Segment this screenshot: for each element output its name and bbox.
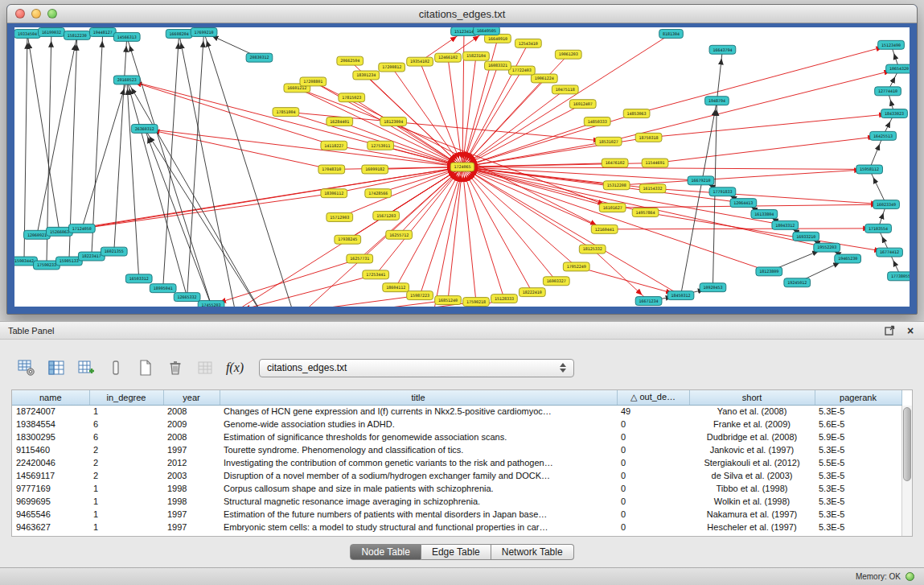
graph-node[interactable]: 16640910 (485, 34, 511, 43)
graph-node[interactable]: 16154332 (639, 184, 666, 193)
column-icon[interactable] (105, 357, 126, 378)
function-builder-icon[interactable]: f(x) (224, 357, 245, 378)
graph-edge[interactable] (653, 188, 886, 204)
graph-node[interactable]: 17200812 (379, 63, 405, 72)
graph-node[interactable]: 19334504 (14, 29, 40, 38)
graph-edge[interactable] (717, 50, 722, 101)
graph-node[interactable]: 8181304 (659, 29, 684, 38)
column-header-in_degree[interactable]: in_degree (89, 390, 163, 405)
graph-node[interactable]: 16133804 (751, 210, 778, 219)
graph-edge[interactable] (448, 58, 462, 167)
graph-node[interactable]: 16099182 (362, 165, 388, 174)
graph-node[interactable]: 18995041 (150, 284, 176, 293)
graph-node[interactable]: 1948794 (705, 97, 729, 105)
network-table-dropdown[interactable]: citations_edges.txt (259, 359, 574, 377)
graph-node[interactable]: 17699210 (191, 27, 217, 36)
graph-edge[interactable] (179, 34, 236, 307)
graph-edge[interactable] (313, 81, 604, 229)
graph-node[interactable]: 17048310 (318, 165, 345, 174)
graph-node[interactable]: 11544691 (642, 159, 668, 167)
graph-node[interactable]: 17738055 (888, 272, 910, 281)
graph-edge[interactable] (334, 167, 462, 194)
graph-node[interactable]: 16101627 (599, 204, 626, 212)
graph-edge[interactable] (295, 167, 462, 307)
graph-node[interactable]: 16851240 (435, 296, 462, 305)
graph-node[interactable]: 18301234 (353, 71, 380, 80)
graph-node[interactable]: 15123490 (878, 40, 905, 49)
graph-node[interactable]: 17428566 (365, 189, 392, 198)
minimize-window-button[interactable] (31, 9, 41, 19)
graph-node[interactable]: 20662504 (337, 56, 363, 65)
new-table-icon[interactable] (135, 357, 156, 378)
graph-node[interactable]: 15823104 (463, 51, 490, 60)
graph-node[interactable]: 15312208 (603, 181, 630, 190)
column-header-out_de[interactable]: △ out_de… (617, 390, 689, 405)
graph-edge[interactable] (263, 295, 420, 307)
graph-hub-node[interactable]: 1724065 (450, 163, 474, 171)
graph-node[interactable]: 16503312 (125, 274, 152, 283)
window-titlebar[interactable]: citations_edges.txt (7, 5, 917, 23)
graph-node[interactable]: 16679210 (688, 176, 714, 185)
graph-edge[interactable] (127, 80, 187, 297)
graph-node[interactable]: 17052249 (563, 262, 589, 271)
graph-edge[interactable] (462, 167, 785, 225)
graph-node[interactable]: 16671234 (635, 297, 662, 306)
graph-node[interactable]: 16649505 (474, 27, 500, 35)
graph-node[interactable]: 18123004 (380, 117, 407, 126)
graph-node[interactable]: 14853063 (623, 109, 650, 118)
graph-node[interactable]: 17851004 (273, 108, 299, 117)
close-panel-icon[interactable]: × (905, 325, 916, 336)
graph-node[interactable]: 14957864 (632, 208, 659, 217)
graph-node[interactable]: 16933210 (793, 232, 819, 241)
graph-node[interactable]: 17815023 (339, 93, 365, 102)
table-row[interactable]: 969969511998Structural magnetic resonanc… (12, 495, 901, 508)
graph-node[interactable]: 17722403 (508, 66, 535, 75)
graph-node[interactable]: 17791833 (709, 187, 736, 196)
graph-edge[interactable] (145, 129, 462, 167)
graph-node[interactable]: 14118227 (321, 141, 347, 150)
graph-node[interactable]: 16608204 (166, 29, 192, 38)
graph-edge[interactable] (462, 71, 522, 167)
graph-node[interactable]: 15812230 (64, 31, 90, 39)
graph-node[interactable]: 18123809 (756, 267, 782, 276)
graph-edge[interactable] (339, 167, 462, 217)
graph-edge[interactable] (605, 229, 878, 229)
table-scrollbar-thumb[interactable] (903, 407, 911, 481)
graph-edge[interactable] (462, 66, 498, 167)
graph-node[interactable]: 19061224 (531, 74, 557, 83)
graph-node[interactable]: 17455203 (198, 301, 224, 307)
graph-edge[interactable] (297, 88, 462, 167)
delete-table-icon[interactable] (165, 357, 186, 378)
graph-node[interactable]: 18306112 (321, 189, 347, 198)
graph-edge[interactable] (420, 62, 462, 167)
graph-node[interactable]: 16643794 (709, 45, 736, 54)
network-canvas[interactable]: 1724065183012341720081219354102124661021… (14, 27, 910, 307)
graph-node[interactable]: 18604112 (383, 283, 409, 292)
graph-edge[interactable] (114, 37, 127, 252)
graph-node[interactable]: 15987223 (407, 291, 433, 300)
table-row[interactable]: 1830029562008Estimation of significance … (12, 431, 901, 443)
graph-edge[interactable] (376, 167, 462, 275)
show-columns-icon[interactable] (46, 357, 67, 378)
graph-node[interactable]: 18125332 (579, 245, 606, 253)
graph-edge[interactable] (462, 56, 476, 167)
column-header-pagerank[interactable]: pagerank (815, 390, 901, 405)
graph-node[interactable]: 17590218 (463, 298, 490, 307)
graph-node[interactable]: 17208801 (300, 77, 326, 86)
graph-node[interactable]: 12064413 (730, 199, 757, 208)
graph-node[interactable]: 16774412 (877, 248, 903, 257)
graph-node[interactable]: 10654320 (886, 64, 910, 73)
graph-edge[interactable] (577, 266, 681, 295)
table-mode-icon[interactable] (16, 357, 37, 378)
graph-edge[interactable] (92, 32, 103, 257)
table-row[interactable]: 911546021997Tourette syndrome. Phenomeno… (12, 443, 901, 456)
graph-edge[interactable] (869, 136, 883, 170)
tab-network-table[interactable]: Network Table (491, 544, 574, 560)
graph-edge[interactable] (295, 300, 448, 307)
graph-node[interactable]: 17124050 (68, 224, 95, 233)
float-panel-icon[interactable] (884, 325, 895, 336)
column-header-title[interactable]: title (220, 390, 617, 405)
graph-node[interactable]: 16284401 (326, 117, 353, 126)
graph-node[interactable]: 16023349 (873, 200, 900, 209)
graph-node[interactable]: 19465230 (835, 254, 861, 263)
